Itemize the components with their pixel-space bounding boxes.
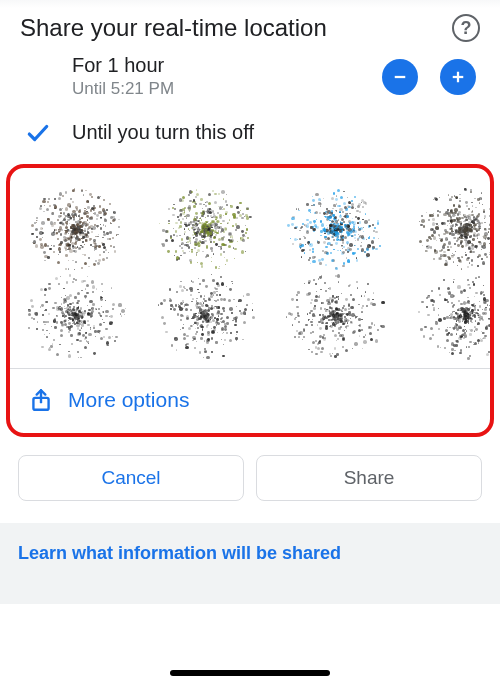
share-up-icon [28, 387, 54, 413]
svg-rect-2 [457, 71, 459, 82]
share-button[interactable]: Share [256, 455, 482, 501]
home-indicator[interactable] [170, 670, 330, 676]
contact-name-redacted [281, 281, 391, 351]
contact-name-redacted [21, 281, 131, 351]
learn-more-link[interactable]: Learn what information will be shared [18, 543, 482, 564]
decrease-duration-button[interactable] [382, 59, 418, 95]
share-location-sheet: Share your real-time location ? For 1 ho… [0, 0, 500, 682]
duration-secondary-label: Until 5:21 PM [72, 79, 366, 99]
increase-duration-button[interactable] [440, 59, 476, 95]
cancel-button-label: Cancel [101, 467, 160, 489]
more-options-label: More options [68, 388, 189, 412]
plus-icon [449, 68, 467, 86]
help-circle-icon: ? [461, 18, 472, 39]
more-options-row[interactable]: More options [10, 369, 490, 433]
contacts-strip[interactable] [10, 168, 490, 368]
contacts-highlight-box: More options [6, 164, 494, 437]
contact-avatar [156, 182, 256, 277]
share-button-label: Share [344, 467, 395, 489]
duration-option-body: For 1 hour Until 5:21 PM [72, 54, 366, 99]
contact-avatar [286, 182, 386, 277]
until-off-check [20, 120, 56, 146]
footer-info-band: Learn what information will be shared [0, 523, 500, 604]
contact-name-redacted [411, 281, 490, 351]
minus-icon [391, 68, 409, 86]
until-off-option-row[interactable]: Until you turn this off [0, 107, 500, 158]
check-icon [25, 120, 51, 146]
contact-item[interactable] [146, 182, 266, 351]
sheet-top-edge [0, 0, 500, 8]
until-off-label: Until you turn this off [72, 115, 480, 150]
duration-stepper [382, 59, 480, 95]
contact-name-redacted [151, 281, 261, 351]
contact-avatar [26, 182, 126, 277]
svg-rect-0 [395, 75, 406, 77]
duration-primary-label: For 1 hour [72, 54, 366, 77]
contact-avatar [416, 182, 490, 277]
sheet-title: Share your real-time location [20, 14, 327, 42]
action-button-row: Cancel Share [0, 437, 500, 509]
contact-item[interactable] [16, 182, 136, 351]
contact-item[interactable] [406, 182, 490, 351]
duration-option-row[interactable]: For 1 hour Until 5:21 PM [0, 46, 500, 107]
contact-item[interactable] [276, 182, 396, 351]
cancel-button[interactable]: Cancel [18, 455, 244, 501]
help-button[interactable]: ? [452, 14, 480, 42]
